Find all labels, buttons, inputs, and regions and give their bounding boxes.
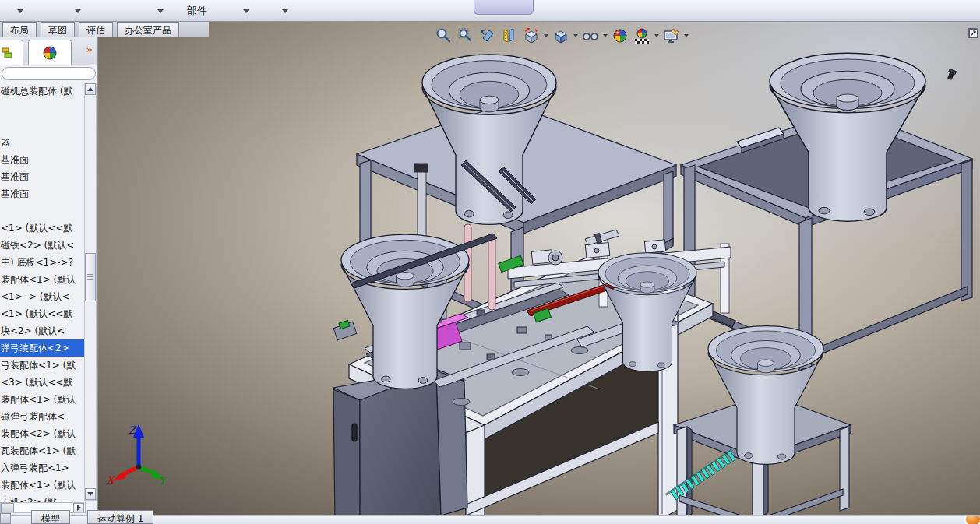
assembly-3d-scene[interactable]: Z X Y <box>0 22 980 515</box>
document-tab[interactable]: 运动算例 1 <box>87 510 153 524</box>
tree-item[interactable] <box>0 100 84 117</box>
graphics-viewport[interactable]: Z X Y <box>0 22 980 515</box>
tree-item[interactable]: 磁机总装配体 (默 <box>0 83 84 100</box>
panel-overflow-chevron[interactable]: » <box>86 44 93 55</box>
tree-item[interactable]: 装配体<1> (默认 <box>0 391 84 408</box>
pneumatic-cylinder[interactable] <box>418 167 426 243</box>
tree-filter-input[interactable] <box>2 67 96 80</box>
ribbon-collapsed-row: 部件 <box>0 0 980 22</box>
document-tab[interactable]: 模型 <box>31 510 70 524</box>
tree-item[interactable]: 块<2> (默认< <box>0 322 84 339</box>
tree-item[interactable]: 基准面 <box>0 151 84 168</box>
apply-scene-icon[interactable] <box>631 24 652 47</box>
toolbar-overflow-arrow-icon[interactable] <box>75 9 81 13</box>
pane-splitter-handle[interactable] <box>0 513 11 524</box>
scroll-up-button[interactable] <box>85 83 96 95</box>
hide-show-items-icon[interactable] <box>580 24 601 47</box>
commandmanager-tab-strip: 布局草图评估办公室产品 <box>0 22 209 37</box>
pink-cylinder[interactable] <box>488 234 495 310</box>
feature-tree: 磁机总装配体 (默器基准面基准面基准面<1> (默认<<默磁铁<2> (默认<主… <box>0 83 84 511</box>
tree-item[interactable]: 基准面 <box>0 168 84 185</box>
tree-item[interactable]: 装配体<1> (默认 <box>0 271 84 288</box>
tree-item[interactable]: 装配体<1> (默认 <box>0 477 84 494</box>
zoom-to-area-icon[interactable] <box>455 24 476 47</box>
toolbar-overflow-arrow-icon[interactable] <box>17 9 23 13</box>
view-settings-icon[interactable] <box>661 24 682 47</box>
display-style-dropdown[interactable] <box>572 24 579 47</box>
tree-vertical-scrollbar[interactable] <box>84 83 97 501</box>
ribbon-group-label[interactable]: 部件 <box>187 4 207 18</box>
solidworks-window: 部件 布局草图评估办公室产品 <box>0 0 980 524</box>
edit-appearance-icon[interactable] <box>609 24 630 47</box>
tree-item[interactable] <box>0 117 84 134</box>
heads-up-view-toolbar <box>433 23 689 48</box>
display-style-icon[interactable] <box>550 24 571 47</box>
tree-item[interactable]: <1> (默认<<默 <box>0 305 84 322</box>
commandmanager-tab[interactable]: 评估 <box>79 22 113 37</box>
tree-item[interactable]: <1> -> (默认< <box>0 288 84 305</box>
pane-restore-button[interactable] <box>968 28 978 38</box>
tree-item[interactable] <box>0 202 84 220</box>
hide-show-items-dropdown[interactable] <box>601 24 608 47</box>
scrollbar-thumb[interactable] <box>85 253 96 301</box>
zoom-to-fit-icon[interactable] <box>433 24 454 47</box>
previous-view-icon[interactable] <box>477 24 498 47</box>
tree-item[interactable]: <1> (默认<<默 <box>0 220 84 237</box>
commandmanager-tab[interactable]: 办公室产品 <box>117 22 179 37</box>
featuremanager-panel: » 磁机总装配体 (默器基准面基准面基准面<1> (默认<<默磁铁<2> (默认… <box>0 37 98 515</box>
commandmanager-tab[interactable]: 草图 <box>41 22 75 37</box>
apply-scene-dropdown[interactable] <box>653 24 660 47</box>
tree-item[interactable]: 装配体<2> (默认 <box>0 425 84 442</box>
view-orientation-dropdown[interactable] <box>542 24 549 47</box>
tree-item[interactable]: 主) 底板<1>->? <box>0 254 84 271</box>
tree-item[interactable]: 弹弓装配体<2> <box>0 339 84 357</box>
toolbar-overflow-arrow-icon[interactable] <box>157 9 164 13</box>
tree-item[interactable]: 磁铁<2> (默认< <box>0 237 84 254</box>
tree-item[interactable]: <3> (默认<<默 <box>0 374 84 391</box>
featuremanager-tree-tab[interactable] <box>0 40 23 65</box>
tree-item[interactable]: 入弹弓装配<1> <box>0 459 84 477</box>
tree-item[interactable]: 弓装配体<1> (默 <box>0 357 84 374</box>
h-scrollbar-thumb[interactable] <box>1 503 14 512</box>
tree-item[interactable]: 基准面 <box>0 185 84 202</box>
scroll-right-button[interactable] <box>73 503 84 512</box>
view-orientation-icon[interactable] <box>520 24 541 47</box>
control-cabinet[interactable] <box>333 369 467 515</box>
displaymanager-tab[interactable] <box>28 40 72 65</box>
tree-item[interactable]: 器 <box>0 134 84 151</box>
toolbar-overflow-arrow-icon[interactable] <box>243 9 249 13</box>
section-view-icon[interactable] <box>499 24 520 47</box>
scroll-down-button[interactable] <box>85 488 96 500</box>
commandmanager-tab[interactable]: 布局 <box>2 22 37 37</box>
resources-ball-icon[interactable] <box>964 515 980 524</box>
cabinet-handle[interactable] <box>352 424 357 441</box>
toolbar-overflow-arrow-icon[interactable] <box>282 9 288 13</box>
tree-item[interactable]: 瓦装配体<1> (默 <box>0 442 84 459</box>
view-settings-dropdown[interactable] <box>682 24 689 47</box>
panel-tab-strip: » <box>0 37 97 65</box>
tree-item[interactable]: 磁弹弓装配体< <box>0 408 84 425</box>
quick-access-button[interactable] <box>474 0 534 15</box>
